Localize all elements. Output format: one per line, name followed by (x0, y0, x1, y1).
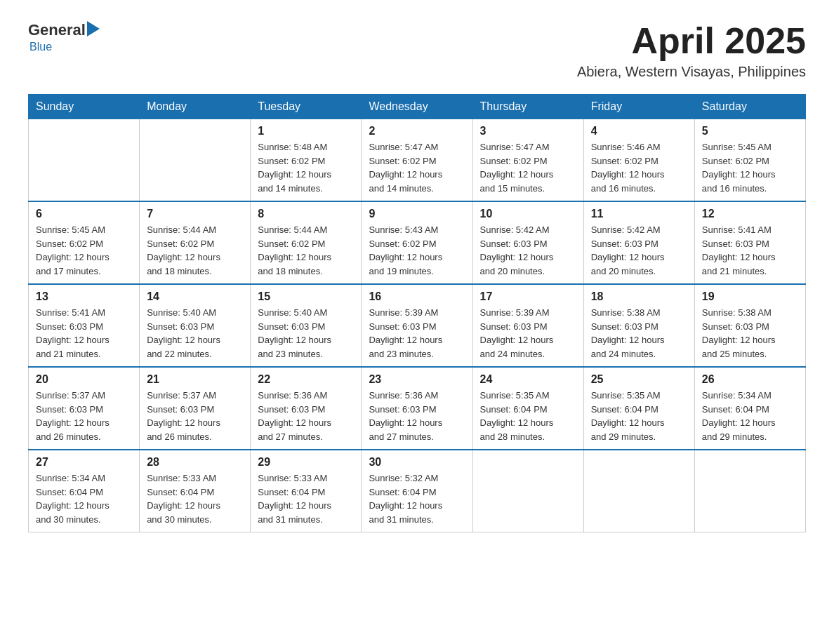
calendar-cell: 17Sunrise: 5:39 AMSunset: 6:03 PMDayligh… (472, 284, 583, 367)
day-info: Sunrise: 5:40 AMSunset: 6:03 PMDaylight:… (147, 306, 243, 361)
day-number: 6 (36, 208, 132, 220)
day-number: 15 (258, 290, 354, 303)
day-number: 26 (702, 373, 798, 386)
calendar-cell: 18Sunrise: 5:38 AMSunset: 6:03 PMDayligh… (583, 284, 694, 367)
logo: General Blue (28, 21, 100, 53)
calendar-cell (29, 119, 140, 202)
location: Abiera, Western Visayas, Philippines (577, 64, 806, 80)
day-number: 23 (369, 373, 465, 386)
day-number: 28 (147, 456, 243, 469)
day-number: 7 (147, 208, 243, 220)
day-number: 22 (258, 373, 354, 386)
day-info: Sunrise: 5:45 AMSunset: 6:02 PMDaylight:… (702, 140, 798, 195)
calendar-cell: 27Sunrise: 5:34 AMSunset: 6:04 PMDayligh… (29, 450, 140, 532)
day-info: Sunrise: 5:44 AMSunset: 6:02 PMDaylight:… (258, 223, 354, 278)
day-number: 3 (480, 125, 576, 137)
day-info: Sunrise: 5:37 AMSunset: 6:03 PMDaylight:… (36, 389, 132, 443)
day-number: 20 (36, 373, 132, 386)
month-title: April 2025 (577, 21, 806, 61)
title-section: April 2025 Abiera, Western Visayas, Phil… (577, 21, 806, 80)
calendar-cell (472, 450, 583, 532)
day-number: 29 (258, 456, 354, 469)
day-info: Sunrise: 5:39 AMSunset: 6:03 PMDaylight:… (369, 306, 465, 361)
day-info: Sunrise: 5:34 AMSunset: 6:04 PMDaylight:… (702, 389, 798, 443)
logo-general: General (28, 21, 86, 39)
calendar-cell: 14Sunrise: 5:40 AMSunset: 6:03 PMDayligh… (140, 284, 251, 367)
day-info: Sunrise: 5:44 AMSunset: 6:02 PMDaylight:… (147, 223, 243, 278)
calendar-cell: 10Sunrise: 5:42 AMSunset: 6:03 PMDayligh… (472, 201, 583, 284)
calendar-cell: 5Sunrise: 5:45 AMSunset: 6:02 PMDaylight… (694, 119, 805, 202)
day-info: Sunrise: 5:36 AMSunset: 6:03 PMDaylight:… (258, 389, 354, 443)
day-number: 27 (36, 456, 132, 469)
day-info: Sunrise: 5:34 AMSunset: 6:04 PMDaylight:… (36, 471, 132, 526)
day-number: 9 (369, 208, 465, 220)
day-info: Sunrise: 5:47 AMSunset: 6:02 PMDaylight:… (480, 140, 576, 195)
calendar-week-row: 1Sunrise: 5:48 AMSunset: 6:02 PMDaylight… (29, 119, 806, 202)
day-number: 5 (702, 125, 798, 137)
day-info: Sunrise: 5:39 AMSunset: 6:03 PMDaylight:… (480, 306, 576, 361)
logo-blue: Blue (29, 41, 100, 53)
day-number: 25 (591, 373, 687, 386)
calendar-week-row: 13Sunrise: 5:41 AMSunset: 6:03 PMDayligh… (29, 284, 806, 367)
calendar-cell: 6Sunrise: 5:45 AMSunset: 6:02 PMDaylight… (29, 201, 140, 284)
day-info: Sunrise: 5:47 AMSunset: 6:02 PMDaylight:… (369, 140, 465, 195)
day-info: Sunrise: 5:45 AMSunset: 6:02 PMDaylight:… (36, 223, 132, 278)
day-info: Sunrise: 5:41 AMSunset: 6:03 PMDaylight:… (36, 306, 132, 361)
day-info: Sunrise: 5:38 AMSunset: 6:03 PMDaylight:… (591, 306, 687, 361)
day-info: Sunrise: 5:37 AMSunset: 6:03 PMDaylight:… (147, 389, 243, 443)
day-number: 13 (36, 290, 132, 303)
calendar-cell: 29Sunrise: 5:33 AMSunset: 6:04 PMDayligh… (251, 450, 362, 532)
day-info: Sunrise: 5:48 AMSunset: 6:02 PMDaylight:… (258, 140, 354, 195)
day-number: 21 (147, 373, 243, 386)
weekday-header-saturday: Saturday (694, 95, 805, 119)
calendar-cell (140, 119, 251, 202)
calendar-cell: 26Sunrise: 5:34 AMSunset: 6:04 PMDayligh… (694, 367, 805, 450)
weekday-header-friday: Friday (583, 95, 694, 119)
calendar-cell: 13Sunrise: 5:41 AMSunset: 6:03 PMDayligh… (29, 284, 140, 367)
svg-marker-0 (87, 21, 100, 36)
calendar-cell: 23Sunrise: 5:36 AMSunset: 6:03 PMDayligh… (362, 367, 472, 450)
day-number: 19 (702, 290, 798, 303)
day-number: 2 (369, 125, 465, 137)
day-info: Sunrise: 5:41 AMSunset: 6:03 PMDaylight:… (702, 223, 798, 278)
calendar-cell: 12Sunrise: 5:41 AMSunset: 6:03 PMDayligh… (694, 201, 805, 284)
day-info: Sunrise: 5:35 AMSunset: 6:04 PMDaylight:… (591, 389, 687, 443)
day-number: 18 (591, 290, 687, 303)
calendar-cell: 16Sunrise: 5:39 AMSunset: 6:03 PMDayligh… (362, 284, 472, 367)
calendar-cell: 9Sunrise: 5:43 AMSunset: 6:02 PMDaylight… (362, 201, 472, 284)
calendar-week-row: 27Sunrise: 5:34 AMSunset: 6:04 PMDayligh… (29, 450, 806, 532)
day-number: 10 (480, 208, 576, 220)
calendar-cell: 2Sunrise: 5:47 AMSunset: 6:02 PMDaylight… (362, 119, 472, 202)
day-number: 12 (702, 208, 798, 220)
calendar-cell: 25Sunrise: 5:35 AMSunset: 6:04 PMDayligh… (583, 367, 694, 450)
calendar-week-row: 20Sunrise: 5:37 AMSunset: 6:03 PMDayligh… (29, 367, 806, 450)
day-info: Sunrise: 5:35 AMSunset: 6:04 PMDaylight:… (480, 389, 576, 443)
calendar-cell: 22Sunrise: 5:36 AMSunset: 6:03 PMDayligh… (251, 367, 362, 450)
calendar-cell: 19Sunrise: 5:38 AMSunset: 6:03 PMDayligh… (694, 284, 805, 367)
logo-arrow-icon (87, 21, 100, 36)
weekday-header-monday: Monday (140, 95, 251, 119)
day-number: 14 (147, 290, 243, 303)
day-number: 1 (258, 125, 354, 137)
calendar-cell: 30Sunrise: 5:32 AMSunset: 6:04 PMDayligh… (362, 450, 472, 532)
day-number: 17 (480, 290, 576, 303)
day-info: Sunrise: 5:33 AMSunset: 6:04 PMDaylight:… (147, 471, 243, 526)
day-number: 16 (369, 290, 465, 303)
day-info: Sunrise: 5:42 AMSunset: 6:03 PMDaylight:… (480, 223, 576, 278)
calendar-cell: 15Sunrise: 5:40 AMSunset: 6:03 PMDayligh… (251, 284, 362, 367)
calendar-cell: 8Sunrise: 5:44 AMSunset: 6:02 PMDaylight… (251, 201, 362, 284)
day-info: Sunrise: 5:46 AMSunset: 6:02 PMDaylight:… (591, 140, 687, 195)
calendar-cell (694, 450, 805, 532)
day-info: Sunrise: 5:36 AMSunset: 6:03 PMDaylight:… (369, 389, 465, 443)
day-info: Sunrise: 5:33 AMSunset: 6:04 PMDaylight:… (258, 471, 354, 526)
day-info: Sunrise: 5:43 AMSunset: 6:02 PMDaylight:… (369, 223, 465, 278)
weekday-header-wednesday: Wednesday (362, 95, 472, 119)
page-header: General Blue April 2025 Abiera, Western … (28, 21, 806, 80)
calendar-cell: 11Sunrise: 5:42 AMSunset: 6:03 PMDayligh… (583, 201, 694, 284)
day-number: 30 (369, 456, 465, 469)
calendar-cell: 1Sunrise: 5:48 AMSunset: 6:02 PMDaylight… (251, 119, 362, 202)
calendar-week-row: 6Sunrise: 5:45 AMSunset: 6:02 PMDaylight… (29, 201, 806, 284)
day-info: Sunrise: 5:32 AMSunset: 6:04 PMDaylight:… (369, 471, 465, 526)
weekday-header-sunday: Sunday (29, 95, 140, 119)
calendar-cell: 28Sunrise: 5:33 AMSunset: 6:04 PMDayligh… (140, 450, 251, 532)
